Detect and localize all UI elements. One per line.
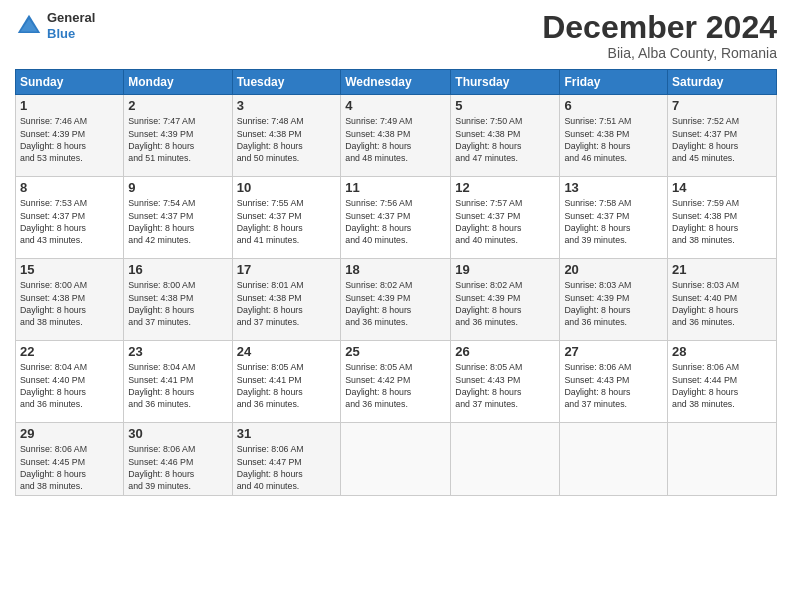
calendar-table: SundayMondayTuesdayWednesdayThursdayFrid… xyxy=(15,69,777,496)
calendar-cell: 25Sunrise: 8:05 AM Sunset: 4:42 PM Dayli… xyxy=(341,341,451,423)
day-info: Sunrise: 8:05 AM Sunset: 4:41 PM Dayligh… xyxy=(237,361,337,410)
day-number: 12 xyxy=(455,180,555,195)
day-info: Sunrise: 7:56 AM Sunset: 4:37 PM Dayligh… xyxy=(345,197,446,246)
day-info: Sunrise: 7:46 AM Sunset: 4:39 PM Dayligh… xyxy=(20,115,119,164)
main-container: General Blue December 2024 Biia, Alba Co… xyxy=(0,0,792,612)
day-info: Sunrise: 7:48 AM Sunset: 4:38 PM Dayligh… xyxy=(237,115,337,164)
day-info: Sunrise: 8:02 AM Sunset: 4:39 PM Dayligh… xyxy=(455,279,555,328)
day-info: Sunrise: 8:03 AM Sunset: 4:40 PM Dayligh… xyxy=(672,279,772,328)
calendar-cell: 20Sunrise: 8:03 AM Sunset: 4:39 PM Dayli… xyxy=(560,259,668,341)
calendar-cell xyxy=(341,423,451,496)
calendar-cell: 1Sunrise: 7:46 AM Sunset: 4:39 PM Daylig… xyxy=(16,95,124,177)
day-number: 29 xyxy=(20,426,119,441)
day-info: Sunrise: 7:47 AM Sunset: 4:39 PM Dayligh… xyxy=(128,115,227,164)
day-info: Sunrise: 7:51 AM Sunset: 4:38 PM Dayligh… xyxy=(564,115,663,164)
day-number: 4 xyxy=(345,98,446,113)
day-number: 15 xyxy=(20,262,119,277)
calendar-cell: 30Sunrise: 8:06 AM Sunset: 4:46 PM Dayli… xyxy=(124,423,232,496)
day-info: Sunrise: 8:02 AM Sunset: 4:39 PM Dayligh… xyxy=(345,279,446,328)
calendar-cell: 2Sunrise: 7:47 AM Sunset: 4:39 PM Daylig… xyxy=(124,95,232,177)
weekday-header: Friday xyxy=(560,70,668,95)
calendar-week-row: 1Sunrise: 7:46 AM Sunset: 4:39 PM Daylig… xyxy=(16,95,777,177)
logo-icon xyxy=(15,12,43,40)
day-number: 18 xyxy=(345,262,446,277)
day-number: 5 xyxy=(455,98,555,113)
day-info: Sunrise: 8:04 AM Sunset: 4:41 PM Dayligh… xyxy=(128,361,227,410)
day-number: 11 xyxy=(345,180,446,195)
day-number: 3 xyxy=(237,98,337,113)
day-info: Sunrise: 7:49 AM Sunset: 4:38 PM Dayligh… xyxy=(345,115,446,164)
day-number: 8 xyxy=(20,180,119,195)
calendar-cell: 28Sunrise: 8:06 AM Sunset: 4:44 PM Dayli… xyxy=(668,341,777,423)
calendar-cell: 16Sunrise: 8:00 AM Sunset: 4:38 PM Dayli… xyxy=(124,259,232,341)
calendar-cell: 4Sunrise: 7:49 AM Sunset: 4:38 PM Daylig… xyxy=(341,95,451,177)
day-number: 2 xyxy=(128,98,227,113)
day-number: 27 xyxy=(564,344,663,359)
calendar-cell: 22Sunrise: 8:04 AM Sunset: 4:40 PM Dayli… xyxy=(16,341,124,423)
calendar-cell: 27Sunrise: 8:06 AM Sunset: 4:43 PM Dayli… xyxy=(560,341,668,423)
calendar-cell: 24Sunrise: 8:05 AM Sunset: 4:41 PM Dayli… xyxy=(232,341,341,423)
calendar-cell: 3Sunrise: 7:48 AM Sunset: 4:38 PM Daylig… xyxy=(232,95,341,177)
calendar-cell: 12Sunrise: 7:57 AM Sunset: 4:37 PM Dayli… xyxy=(451,177,560,259)
calendar-cell: 31Sunrise: 8:06 AM Sunset: 4:47 PM Dayli… xyxy=(232,423,341,496)
day-number: 9 xyxy=(128,180,227,195)
day-number: 20 xyxy=(564,262,663,277)
day-number: 17 xyxy=(237,262,337,277)
day-info: Sunrise: 8:04 AM Sunset: 4:40 PM Dayligh… xyxy=(20,361,119,410)
calendar-cell: 19Sunrise: 8:02 AM Sunset: 4:39 PM Dayli… xyxy=(451,259,560,341)
day-number: 31 xyxy=(237,426,337,441)
day-info: Sunrise: 8:03 AM Sunset: 4:39 PM Dayligh… xyxy=(564,279,663,328)
calendar-cell xyxy=(451,423,560,496)
calendar-cell: 6Sunrise: 7:51 AM Sunset: 4:38 PM Daylig… xyxy=(560,95,668,177)
day-number: 6 xyxy=(564,98,663,113)
day-info: Sunrise: 8:01 AM Sunset: 4:38 PM Dayligh… xyxy=(237,279,337,328)
day-info: Sunrise: 7:58 AM Sunset: 4:37 PM Dayligh… xyxy=(564,197,663,246)
calendar-cell xyxy=(668,423,777,496)
day-info: Sunrise: 7:54 AM Sunset: 4:37 PM Dayligh… xyxy=(128,197,227,246)
month-title: December 2024 xyxy=(542,10,777,45)
logo-general: General xyxy=(47,10,95,26)
day-number: 25 xyxy=(345,344,446,359)
calendar-cell: 17Sunrise: 8:01 AM Sunset: 4:38 PM Dayli… xyxy=(232,259,341,341)
day-number: 13 xyxy=(564,180,663,195)
calendar-cell: 29Sunrise: 8:06 AM Sunset: 4:45 PM Dayli… xyxy=(16,423,124,496)
calendar-cell: 23Sunrise: 8:04 AM Sunset: 4:41 PM Dayli… xyxy=(124,341,232,423)
calendar-cell xyxy=(560,423,668,496)
calendar-cell: 10Sunrise: 7:55 AM Sunset: 4:37 PM Dayli… xyxy=(232,177,341,259)
weekday-header: Thursday xyxy=(451,70,560,95)
day-info: Sunrise: 8:00 AM Sunset: 4:38 PM Dayligh… xyxy=(128,279,227,328)
calendar-week-row: 8Sunrise: 7:53 AM Sunset: 4:37 PM Daylig… xyxy=(16,177,777,259)
calendar-cell: 13Sunrise: 7:58 AM Sunset: 4:37 PM Dayli… xyxy=(560,177,668,259)
weekday-header: Monday xyxy=(124,70,232,95)
day-info: Sunrise: 7:59 AM Sunset: 4:38 PM Dayligh… xyxy=(672,197,772,246)
calendar-week-row: 29Sunrise: 8:06 AM Sunset: 4:45 PM Dayli… xyxy=(16,423,777,496)
calendar-cell: 15Sunrise: 8:00 AM Sunset: 4:38 PM Dayli… xyxy=(16,259,124,341)
weekday-header: Saturday xyxy=(668,70,777,95)
calendar-cell: 11Sunrise: 7:56 AM Sunset: 4:37 PM Dayli… xyxy=(341,177,451,259)
day-info: Sunrise: 7:57 AM Sunset: 4:37 PM Dayligh… xyxy=(455,197,555,246)
weekday-header: Wednesday xyxy=(341,70,451,95)
day-number: 7 xyxy=(672,98,772,113)
calendar-cell: 26Sunrise: 8:05 AM Sunset: 4:43 PM Dayli… xyxy=(451,341,560,423)
day-number: 22 xyxy=(20,344,119,359)
calendar-cell: 14Sunrise: 7:59 AM Sunset: 4:38 PM Dayli… xyxy=(668,177,777,259)
logo: General Blue xyxy=(15,10,95,41)
day-info: Sunrise: 8:06 AM Sunset: 4:44 PM Dayligh… xyxy=(672,361,772,410)
logo-blue: Blue xyxy=(47,26,95,42)
day-number: 28 xyxy=(672,344,772,359)
day-number: 26 xyxy=(455,344,555,359)
location: Biia, Alba County, Romania xyxy=(542,45,777,61)
header: General Blue December 2024 Biia, Alba Co… xyxy=(15,10,777,61)
day-number: 10 xyxy=(237,180,337,195)
day-number: 24 xyxy=(237,344,337,359)
day-number: 16 xyxy=(128,262,227,277)
calendar-cell: 5Sunrise: 7:50 AM Sunset: 4:38 PM Daylig… xyxy=(451,95,560,177)
day-number: 21 xyxy=(672,262,772,277)
title-block: December 2024 Biia, Alba County, Romania xyxy=(542,10,777,61)
day-info: Sunrise: 7:50 AM Sunset: 4:38 PM Dayligh… xyxy=(455,115,555,164)
logo-text: General Blue xyxy=(47,10,95,41)
day-info: Sunrise: 7:52 AM Sunset: 4:37 PM Dayligh… xyxy=(672,115,772,164)
day-info: Sunrise: 7:53 AM Sunset: 4:37 PM Dayligh… xyxy=(20,197,119,246)
day-info: Sunrise: 8:06 AM Sunset: 4:46 PM Dayligh… xyxy=(128,443,227,492)
day-info: Sunrise: 8:06 AM Sunset: 4:47 PM Dayligh… xyxy=(237,443,337,492)
